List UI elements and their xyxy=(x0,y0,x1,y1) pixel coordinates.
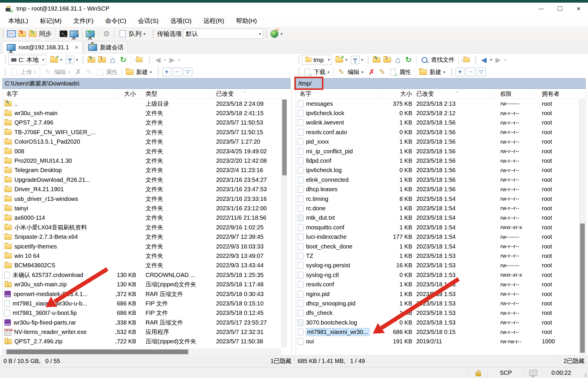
file-row[interactable]: resolv.conf.auto0 KB2023/5/18 1:56rw-r--… xyxy=(296,127,586,137)
invert-filter-icon[interactable]: ▽ xyxy=(477,68,486,76)
select-plus-icon[interactable]: + xyxy=(162,68,171,76)
file-row[interactable]: Telegram Desktop文件夹2023/2/4 11:23:16 xyxy=(3,166,291,175)
chevron-down-icon[interactable]: ▾ xyxy=(76,58,78,62)
file-row[interactable]: BCM943602CS文件夹2022/9/3 13:43:44 xyxy=(3,261,291,270)
file-row[interactable]: QPST_2.7.496.zip61,722 KB压缩(zipped)文件夹20… xyxy=(3,337,291,346)
filter-funnel-icon[interactable] xyxy=(66,56,74,64)
globe-session-color-icon[interactable] xyxy=(270,29,279,38)
file-row[interactable]: mosquitto.conf1 KB2023/5/18 1:54rwxr-xr-… xyxy=(296,223,586,232)
file-row[interactable]: 未确认 625737.crdownload130 KBCRDOWNLOAD ..… xyxy=(3,270,291,280)
edit-label[interactable]: 编辑 xyxy=(348,68,360,76)
menu-item-o[interactable]: 选项(O) xyxy=(170,17,191,25)
chevron-down-icon[interactable]: ▾ xyxy=(178,58,181,62)
file-row[interactable]: mtk_dut.txt1 KB2023/5/18 1:54rw-r--r--ro… xyxy=(296,213,586,223)
directory-tree-icon[interactable]: ⌐ xyxy=(135,56,144,64)
left-horizontal-scrollbar[interactable] xyxy=(3,349,281,355)
find-files-icon[interactable] xyxy=(420,56,429,64)
minimize-icon[interactable]: — xyxy=(532,3,550,15)
file-row[interactable]: Snipaste-2.7.3-Beta-x64文件夹2022/9/7 12:39… xyxy=(3,232,291,241)
right-drive-combo[interactable]: tmp ▾ xyxy=(302,55,332,65)
file-row[interactable]: usb_driver_r13-windows文件夹2023/1/16 23:33… xyxy=(3,194,291,204)
preferences-gear-icon[interactable]: ⚙ xyxy=(102,29,111,38)
column-header-changed[interactable]: 已改变 xyxy=(213,89,291,99)
download-label[interactable]: 下载 xyxy=(314,68,325,76)
file-row[interactable]: mt7981_360t7-u-boot.fip686 KBFIP 文件2023/… xyxy=(3,308,291,318)
file-row[interactable]: 008文件夹2023/4/25 19:49:02 xyxy=(3,147,291,156)
file-row[interactable]: boot_check_done1 KB2023/5/18 1:54rw-r--r… xyxy=(296,242,586,251)
file-row[interactable]: spicetify-themes文件夹2022/9/3 16:03:33 xyxy=(3,242,291,251)
file-row[interactable]: UpgradeDownload_R26.21...文件夹2023/1/16 23… xyxy=(3,175,291,184)
file-row[interactable]: wolink.iwevent1 KB2023/5/18 1:56rw-r--r-… xyxy=(296,118,586,127)
file-row[interactable]: mt7981_xiaomi_wr30u-u-b...686 KBFIP 文件20… xyxy=(3,299,291,308)
file-row[interactable]: elink_connected1 KB2023/5/18 1:56rw-r--r… xyxy=(296,175,586,184)
back-arrow-icon[interactable]: ◀ xyxy=(153,56,162,64)
file-row[interactable]: ..上级目录2023/5/18 2:24:09 xyxy=(3,99,291,108)
file-row[interactable]: pid_xxxx1 KB2023/5/18 1:56rw-r--r--root xyxy=(296,137,586,147)
terminal-icon[interactable]: >_ xyxy=(59,29,68,38)
file-row[interactable]: nginx.pid1 KB2023/5/18 1:53rw-r--r--root xyxy=(296,289,586,299)
file-row[interactable]: dfs_check1 KB2023/5/18 1:53rw-r--r--root xyxy=(296,308,586,318)
file-row[interactable]: lldpd.conf1 KB2023/5/18 1:56rw-r--r--roo… xyxy=(296,156,586,165)
left-vertical-scrollbar[interactable] xyxy=(281,99,287,347)
menu-item-h[interactable]: 帮助(H) xyxy=(236,17,257,25)
file-row[interactable]: oui191 KB2019/2/11rw-rw-r--1000 xyxy=(296,337,586,346)
column-header-changed[interactable]: 已改变 xyxy=(412,89,493,99)
back-arrow-icon[interactable]: ◀ xyxy=(480,56,488,64)
file-row[interactable]: 小米小爱LX04音箱刷机资料文件夹2022/9/16 1:02:25 xyxy=(3,223,291,232)
new-folder-icon[interactable] xyxy=(419,68,427,76)
right-path-bar[interactable]: /tmp/ xyxy=(296,78,586,89)
column-header-name[interactable]: 名字 xyxy=(3,89,115,99)
queue-label[interactable]: 队列 xyxy=(129,30,141,38)
file-row[interactable]: syslog-ng.persist16 KB2023/5/18 1:53rw--… xyxy=(296,261,586,270)
resize-grip[interactable] xyxy=(582,372,587,377)
new-label[interactable]: 新建 xyxy=(430,68,441,76)
unselect-minus-icon[interactable]: − xyxy=(173,68,182,76)
parent-directory-icon[interactable]: ↰ xyxy=(372,56,381,64)
new-folder-icon[interactable] xyxy=(125,68,134,76)
chevron-down-icon[interactable]: ▾ xyxy=(345,58,348,62)
directory-tree-icon[interactable]: ⌐ xyxy=(462,56,471,64)
file-row[interactable]: QPST_2.7.496文件夹2023/5/7 11:50:53 xyxy=(3,118,291,127)
edit-pencil-icon[interactable]: ✎ xyxy=(337,68,346,76)
open-directory-icon[interactable]: ↗ xyxy=(335,56,344,64)
forward-arrow-icon[interactable]: ▶ xyxy=(494,56,503,64)
delete-x-icon[interactable]: ✗ xyxy=(367,68,376,76)
unselect-minus-icon[interactable]: − xyxy=(466,68,475,76)
chevron-down-icon[interactable]: ▾ xyxy=(164,58,166,62)
home-directory-icon[interactable]: ⌂ xyxy=(393,56,402,64)
file-row[interactable]: wr30u_ssh-main.zip130 KB压缩(zipped)文件夹202… xyxy=(3,280,291,289)
filter-funnel-icon[interactable] xyxy=(351,56,360,64)
parent-directory-icon[interactable]: ↰ xyxy=(87,56,96,64)
chevron-down-icon[interactable]: ▾ xyxy=(361,58,363,62)
globe-dropdown-icon[interactable]: ▾ xyxy=(281,32,283,36)
column-header-size[interactable]: 大小 xyxy=(381,89,412,99)
menu-item-f[interactable]: 文件(F) xyxy=(73,17,93,25)
file-row[interactable]: Pro2020_MIUI14.1.30文件夹2023/2/20 12:42:08 xyxy=(3,156,291,165)
file-row[interactable]: CD MANV-items_reader_writer.exe2,532 KB应… xyxy=(3,327,291,337)
file-row[interactable]: luci-indexcache177 KB2023/5/18 1:54rw---… xyxy=(296,232,586,241)
new-session-tab[interactable]: 新建会话 xyxy=(84,41,128,53)
file-row[interactable]: win 10 64文件夹2022/9/3 13:49:07 xyxy=(3,251,291,261)
download-icon[interactable]: ↓ xyxy=(303,68,312,76)
chevron-down-icon[interactable]: ▾ xyxy=(490,58,492,62)
upload-label[interactable]: 上传 xyxy=(20,68,32,76)
select-plus-icon[interactable]: + xyxy=(456,68,465,76)
new-label[interactable]: 新建 xyxy=(136,68,148,76)
queue-dropdown-icon[interactable]: ▾ xyxy=(143,32,146,36)
file-row[interactable]: 3070.bootcheck.log0 KB2023/5/18 1:53rw-r… xyxy=(296,318,586,327)
home-directory-icon[interactable]: ⌂ xyxy=(108,56,117,64)
menu-item-c[interactable]: 命令(C) xyxy=(105,17,126,25)
left-drive-combo[interactable]: C: 本地 ▾ xyxy=(9,55,46,65)
refresh-icon[interactable]: ↻ xyxy=(119,56,128,64)
file-row[interactable]: resolv.conf1 KB2023/5/18 1:53rw-r--r--ro… xyxy=(296,280,586,289)
file-row[interactable]: rc.timing8 KB2023/5/18 1:54rw-r--r--root xyxy=(296,194,586,204)
transfer-settings-combo[interactable]: 默认 ▾ xyxy=(183,29,263,39)
file-row[interactable]: tainyi文件夹2023/1/16 23:12:00 xyxy=(3,204,291,213)
synchronize-icon[interactable]: ↻ xyxy=(28,29,37,38)
file-row[interactable]: TB-J706F_CN_WIFI_USER_...文件夹2023/5/7 11:… xyxy=(3,127,291,137)
column-header-size[interactable]: 大小 xyxy=(115,89,136,99)
file-row[interactable]: messages375 KB2023/5/18 2:13rw-------roo… xyxy=(296,99,586,108)
synchronize-label[interactable]: 同步 xyxy=(39,30,51,38)
tab-close-icon[interactable]: × xyxy=(75,44,78,51)
column-header-owner[interactable]: 拥有者 xyxy=(536,89,586,99)
